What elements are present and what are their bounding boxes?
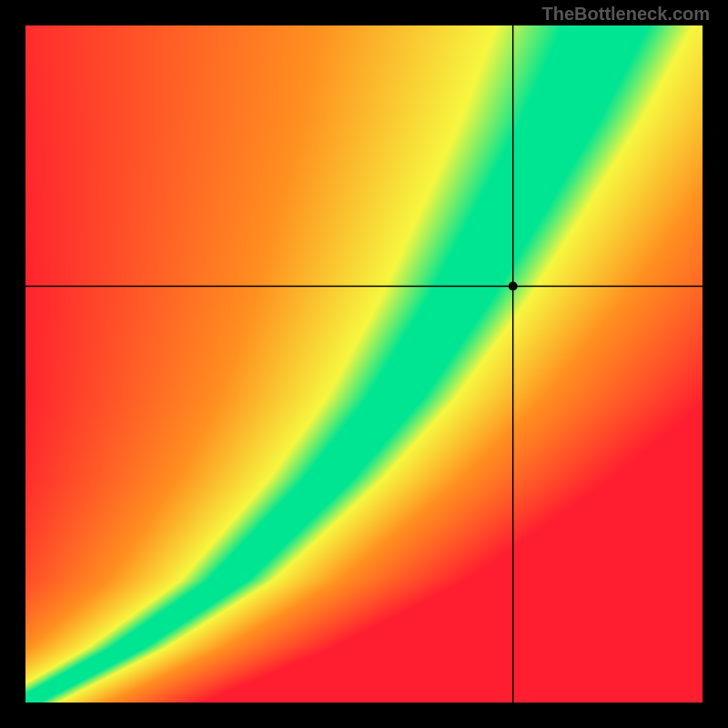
watermark-text: TheBottleneck.com (542, 4, 710, 25)
chart-container: TheBottleneck.com (0, 0, 728, 728)
bottleneck-heatmap (0, 0, 728, 728)
